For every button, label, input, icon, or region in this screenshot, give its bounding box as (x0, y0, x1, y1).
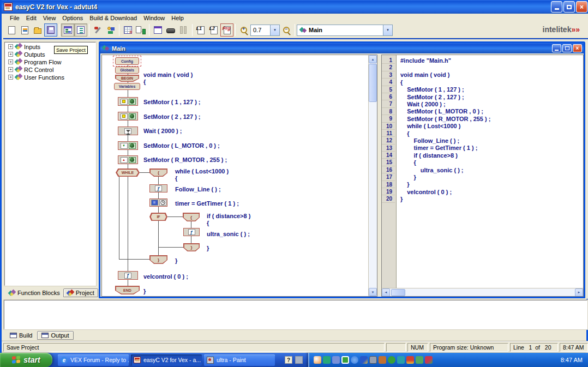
code-view-button[interactable] (74, 23, 87, 37)
flow-block-config[interactable]: Config (115, 57, 139, 65)
zoom-out-button[interactable]: − (280, 23, 293, 37)
menu-file[interactable]: File (7, 14, 23, 22)
flow-block-open-brace-while[interactable]: { (149, 169, 167, 177)
flow-block-open-brace-if[interactable]: { (183, 213, 200, 221)
tab-build[interactable]: Build (6, 332, 36, 339)
menu-edit[interactable]: Edit (23, 14, 40, 22)
zoom-in-button[interactable]: + (237, 23, 250, 37)
tree-item-program-flow[interactable]: + Program Flow (8, 58, 95, 65)
flow-block-end[interactable]: END (115, 286, 140, 294)
tray-icon-3[interactable] (332, 356, 340, 364)
tray-icon-11[interactable] (406, 356, 414, 364)
tray-icon-1[interactable] (314, 356, 321, 364)
expand-icon[interactable]: + (8, 75, 13, 80)
tray-icon-13[interactable] (425, 356, 433, 364)
flowchart-pane[interactable]: Config Globals BEGIN Variables (101, 55, 377, 297)
terminal-window-button[interactable] (151, 23, 164, 37)
scrollbar-thumb[interactable] (391, 289, 405, 296)
tray-icon-5[interactable] (351, 356, 358, 364)
minimize-button[interactable] (551, 1, 562, 13)
open-button[interactable] (31, 23, 44, 37)
dropdown-arrow-icon[interactable]: ▼ (270, 25, 279, 35)
expand-icon[interactable]: + (8, 44, 13, 49)
flow-block-gettimer[interactable]: ≡ (149, 198, 167, 207)
flow-block-if[interactable]: IF (149, 213, 167, 221)
tray-icon-9[interactable] (388, 356, 395, 364)
code-editor[interactable]: 1#include "Main.h" 2 3void main ( void )… (382, 57, 583, 203)
scroll-down-icon[interactable]: ▼ (369, 288, 377, 296)
dropdown-arrow-icon[interactable]: ▼ (383, 25, 392, 35)
program-button[interactable]: Prg (220, 23, 233, 37)
expand-icon[interactable]: + (8, 59, 13, 64)
flow-block-setmotor-1[interactable] (118, 97, 138, 106)
new-project-button[interactable] (18, 23, 31, 37)
taskbar-task-vex-forum[interactable]: e VEX Forum - Reply to ... (58, 354, 129, 366)
flow-block-velcontrol[interactable]: ƒ (118, 271, 138, 280)
taskbar-clock[interactable]: 8:47 AM (561, 357, 583, 363)
menu-build-download[interactable]: Build & Download (86, 14, 140, 22)
tray-icon-6[interactable] (360, 356, 368, 364)
tree-item-rc-control[interactable]: + RC Control (8, 66, 95, 73)
tab-output[interactable]: Output (37, 331, 73, 340)
flow-block-close-brace-while[interactable]: } (149, 255, 167, 264)
tab-function-blocks[interactable]: Function Blocks (5, 289, 63, 297)
taskbar-task-easyc[interactable]: easyC V2 for Vex - a... (131, 354, 202, 366)
flowchart-vertical-scrollbar[interactable]: ▲ ▼ (368, 55, 377, 296)
function-combo[interactable]: Main ▼ (297, 25, 393, 36)
tray-icon-12[interactable] (416, 356, 423, 364)
flow-block-while[interactable]: WHILE (116, 169, 140, 177)
start-button[interactable]: start (0, 353, 52, 367)
tray-icon-10[interactable] (397, 356, 405, 364)
new-file-button[interactable] (5, 23, 18, 37)
tray-icon-8[interactable] (379, 356, 386, 364)
mdi-titlebar[interactable]: Main × (100, 43, 584, 53)
scroll-up-icon[interactable]: ▲ (369, 55, 377, 63)
flow-block-ultra-sonic[interactable]: ƒ (183, 228, 200, 236)
taskbar-task-paint[interactable]: ultra - Paint (204, 354, 275, 366)
scroll-left-icon[interactable]: ◄ (382, 288, 390, 297)
flow-block-setmotor-2[interactable] (118, 112, 138, 121)
scrollbar-thumb[interactable] (369, 64, 377, 102)
menu-window[interactable]: Window (140, 14, 168, 22)
flow-block-variables[interactable]: Variables (114, 83, 140, 90)
flow-block-globals[interactable]: Globals (115, 67, 139, 74)
tree-item-user-functions[interactable]: + User Functions (8, 74, 95, 81)
expand-icon[interactable]: + (8, 52, 13, 57)
menu-options[interactable]: Options (59, 14, 86, 22)
flow-block-begin[interactable]: BEGIN (115, 75, 139, 82)
save-button[interactable] (44, 23, 57, 37)
tray-icon-2[interactable] (323, 356, 331, 364)
mdi-maximize-button[interactable] (562, 44, 572, 52)
menu-view[interactable]: View (40, 14, 59, 22)
flow-block-wait[interactable] (118, 127, 138, 135)
code-horizontal-scrollbar[interactable]: ◄ ► (382, 288, 583, 296)
loader1-button[interactable]: L1 (194, 23, 207, 37)
help-icon[interactable]: ? (285, 356, 292, 364)
download-button[interactable]: → (134, 23, 147, 37)
scroll-right-icon[interactable]: ► (575, 288, 583, 297)
build-output-panel[interactable] (4, 300, 587, 329)
code-pane[interactable]: 1#include "Main.h" 2 3void main ( void )… (381, 55, 584, 297)
close-button[interactable]: × (576, 1, 587, 13)
maximize-button[interactable] (563, 1, 575, 13)
table-button[interactable]: # (121, 23, 134, 37)
serial-port-button[interactable] (164, 23, 177, 37)
display-settings-icon[interactable] (295, 356, 303, 364)
tab-project[interactable]: Project (63, 288, 98, 297)
function-blocks-panel[interactable]: + Inputs + Outputs + Program Flow + RC C… (4, 42, 96, 286)
tray-icon-4[interactable] (341, 356, 349, 364)
mdi-minimize-button[interactable] (552, 44, 561, 52)
controller-config-button[interactable] (91, 23, 104, 37)
flow-block-setmotor-right[interactable]: ▲ (118, 155, 138, 164)
menu-help[interactable]: Help (168, 14, 187, 22)
flow-block-close-brace-if[interactable]: } (183, 243, 200, 251)
tray-icon-7[interactable] (369, 356, 377, 364)
flow-block-follow-line[interactable]: ƒ (149, 184, 167, 192)
zoom-combo[interactable]: 0.7 ▼ (250, 25, 280, 36)
flowchart-view-button[interactable] (61, 23, 74, 37)
loader2-button[interactable]: L2 (207, 23, 220, 37)
expand-icon[interactable]: + (8, 67, 13, 72)
user-function-wizard-button[interactable] (104, 23, 117, 37)
mdi-close-button[interactable]: × (573, 44, 582, 52)
flow-block-setmotor-left[interactable]: ▼ (118, 141, 138, 150)
